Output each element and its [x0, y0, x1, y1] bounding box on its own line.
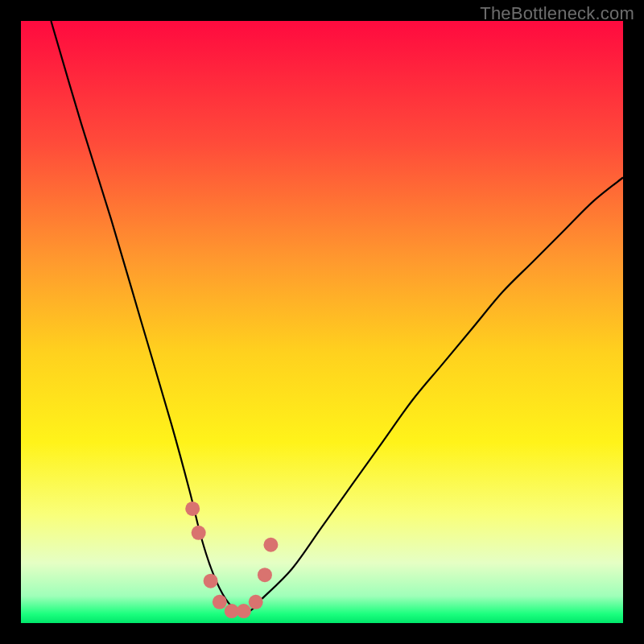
marker-dot	[213, 595, 227, 609]
marker-dot	[204, 574, 218, 588]
marker-dot	[185, 502, 200, 516]
watermark-text: TheBottleneck.com	[480, 3, 634, 24]
plot-area	[21, 21, 623, 623]
chart-svg	[21, 21, 623, 623]
marker-dot	[192, 526, 206, 540]
marker-dot	[249, 595, 263, 609]
chart-frame: TheBottleneck.com	[0, 0, 644, 644]
marker-dot	[258, 568, 272, 582]
gradient-background	[21, 21, 623, 623]
marker-dot	[237, 604, 251, 618]
marker-dot	[263, 538, 278, 552]
